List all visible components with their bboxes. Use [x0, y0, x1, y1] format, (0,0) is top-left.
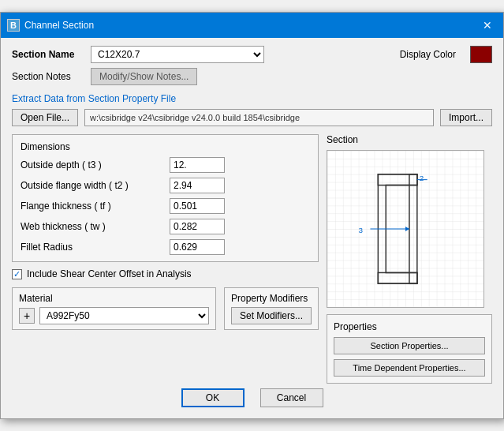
- section-diagram-container: Section: [327, 134, 492, 308]
- dimensions-box: Dimensions Outside depth ( t3 ) Outside …: [12, 134, 319, 262]
- dim-label: Web thickness ( tw ): [21, 221, 166, 232]
- properties-box: Properties Section Properties... Time De…: [327, 314, 492, 384]
- open-file-row: Open File... w:\csibridge v24\csibridge …: [12, 109, 492, 126]
- dim-label: Flange thickness ( tf ): [21, 201, 166, 212]
- dimension-row: Web thickness ( tw ): [21, 219, 310, 234]
- time-dependent-button[interactable]: Time Dependent Properties...: [334, 359, 485, 377]
- close-button[interactable]: ✕: [478, 17, 497, 33]
- shear-center-label: Include Shear Center Offset in Analysis: [27, 268, 192, 279]
- ok-button[interactable]: OK: [181, 388, 245, 407]
- import-button[interactable]: Import...: [440, 109, 492, 126]
- dimensions-title: Dimensions: [21, 141, 310, 152]
- cancel-button[interactable]: Cancel: [260, 388, 323, 407]
- dim-input[interactable]: [170, 239, 225, 255]
- modifiers-title: Property Modifiers: [231, 293, 312, 304]
- section-notes-label: Section Notes: [12, 71, 83, 82]
- section-diagram-box: 2 3: [327, 150, 484, 308]
- modifiers-box: Property Modifiers Set Modifiers...: [224, 287, 319, 330]
- display-color-swatch[interactable]: [470, 46, 492, 63]
- material-box: Material + A992Fy50: [12, 287, 216, 330]
- bottom-row: Material + A992Fy50 Property Modifiers S…: [12, 287, 319, 330]
- open-file-button[interactable]: Open File...: [12, 109, 78, 126]
- dialog-title: Channel Section: [24, 20, 94, 31]
- dimension-row: Fillet Radius: [21, 239, 310, 255]
- shear-center-checkbox[interactable]: ✓: [12, 269, 22, 279]
- svg-text:2: 2: [420, 174, 424, 182]
- title-bar-left: B Channel Section: [7, 19, 94, 32]
- section-name-select[interactable]: C12X20.7: [91, 46, 264, 63]
- file-path-display: w:\csibridge v24\csibridge v24.0.0 build…: [84, 109, 434, 126]
- dim-input[interactable]: [170, 219, 225, 234]
- set-modifiers-button[interactable]: Set Modifiers...: [231, 307, 312, 324]
- checkmark-icon: ✓: [13, 269, 21, 279]
- properties-title: Properties: [334, 321, 485, 332]
- channel-section-dialog: B Channel Section ✕ Section Name C12X20.…: [0, 12, 504, 419]
- dim-label: Outside depth ( t3 ): [21, 159, 166, 171]
- shear-center-row: ✓ Include Shear Center Offset in Analysi…: [12, 268, 319, 279]
- extract-link[interactable]: Extract Data from Section Property File: [12, 93, 492, 104]
- display-color-label: Display Color: [400, 49, 456, 60]
- material-select[interactable]: A992Fy50: [39, 307, 209, 324]
- material-title: Material: [19, 293, 209, 304]
- section-name-row: Section Name C12X20.7 Display Color: [12, 46, 492, 63]
- svg-text:3: 3: [359, 226, 364, 234]
- app-icon: B: [7, 19, 20, 32]
- title-bar: B Channel Section ✕: [1, 13, 503, 38]
- section-name-label: Section Name: [12, 49, 83, 60]
- dimension-row: Outside flange width ( t2 ): [21, 178, 310, 193]
- section-properties-button[interactable]: Section Properties...: [334, 337, 485, 354]
- dimensions-rows: Outside depth ( t3 ) Outside flange widt…: [21, 157, 310, 255]
- dim-label: Outside flange width ( t2 ): [21, 180, 166, 191]
- material-inner: + A992Fy50: [19, 307, 209, 324]
- dimension-row: Outside depth ( t3 ): [21, 157, 310, 173]
- dim-label: Fillet Radius: [21, 242, 166, 253]
- dimension-row: Flange thickness ( tf ): [21, 198, 310, 214]
- main-panels: Dimensions Outside depth ( t3 ) Outside …: [12, 134, 492, 384]
- right-panel: Section: [327, 134, 492, 384]
- modify-notes-button[interactable]: Modify/Show Notes...: [91, 68, 197, 85]
- section-notes-row: Section Notes Modify/Show Notes...: [12, 68, 492, 85]
- section-diagram-title: Section: [327, 134, 492, 145]
- dim-input[interactable]: [170, 178, 225, 193]
- dialog-content: Section Name C12X20.7 Display Color Sect…: [1, 38, 503, 418]
- dim-input[interactable]: [170, 157, 225, 173]
- dim-input[interactable]: [170, 198, 225, 214]
- properties-buttons: Section Properties... Time Dependent Pro…: [334, 337, 485, 377]
- left-panel: Dimensions Outside depth ( t3 ) Outside …: [12, 134, 319, 384]
- material-add-button[interactable]: +: [19, 308, 35, 324]
- dialog-buttons-row: OK Cancel: [12, 384, 492, 410]
